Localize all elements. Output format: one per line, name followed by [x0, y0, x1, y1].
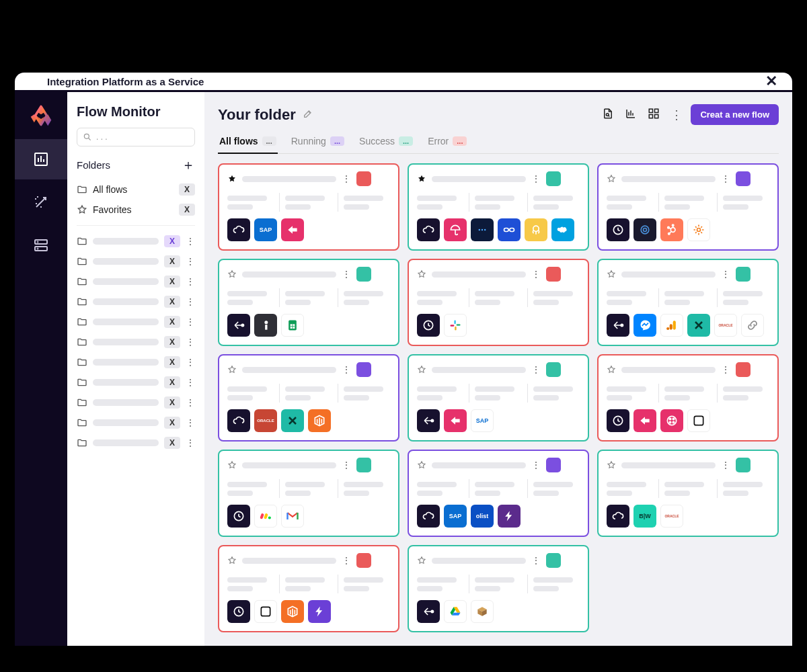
flow-card[interactable]: ⋮SAPolist [408, 450, 589, 537]
flow-card[interactable]: ⋮B|WORACLE [597, 450, 779, 537]
status-indicator [356, 267, 371, 282]
folder-item[interactable]: X⋮ [77, 312, 195, 332]
integration-icons: SAPolist [417, 505, 580, 528]
folder-item[interactable]: X⋮ [77, 433, 195, 453]
card-menu-icon[interactable]: ⋮ [531, 364, 541, 375]
folder-menu-icon[interactable]: ⋮ [186, 437, 195, 448]
star-filled-icon[interactable] [417, 174, 426, 183]
integration-icons: B|WORACLE [607, 505, 769, 528]
folder-menu-icon[interactable]: ⋮ [186, 276, 195, 287]
folder-item[interactable]: X⋮ [77, 372, 195, 392]
star-outline-icon[interactable] [227, 556, 237, 565]
star-outline-icon[interactable] [417, 365, 426, 374]
status-indicator [736, 458, 751, 472]
folder-menu-icon[interactable]: ⋮ [186, 337, 195, 347]
folder-menu-icon[interactable]: ⋮ [186, 256, 195, 267]
chart-icon[interactable] [625, 108, 637, 122]
svg-rect-27 [265, 325, 267, 330]
folder-item[interactable]: X⋮ [77, 413, 195, 433]
star-outline-icon[interactable] [417, 460, 426, 470]
card-menu-icon[interactable]: ⋮ [342, 555, 351, 566]
star-outline-icon[interactable] [227, 269, 237, 279]
add-folder-button[interactable]: ＋ [182, 156, 195, 174]
folder-item[interactable]: X⋮ [77, 352, 195, 372]
rail-wand[interactable] [15, 182, 67, 222]
svg-point-54 [431, 610, 433, 612]
flow-card[interactable]: ⋮ [218, 450, 399, 537]
folder-item[interactable]: X⋮ [77, 231, 195, 251]
folder-item[interactable]: X⋮ [77, 251, 195, 271]
create-flow-button[interactable]: Creat a new flow [691, 104, 779, 125]
card-menu-icon[interactable]: ⋮ [342, 269, 351, 280]
folder-menu-icon[interactable]: ⋮ [186, 377, 195, 388]
tab-running[interactable]: Running... [290, 132, 346, 153]
rail-database[interactable] [15, 225, 67, 265]
star-outline-icon[interactable] [607, 365, 616, 374]
star-filled-icon[interactable] [227, 174, 237, 183]
svg-point-12 [482, 229, 484, 231]
star-outline-icon[interactable] [227, 460, 237, 470]
flow-card[interactable]: ⋮ [218, 545, 399, 632]
sidebar-item-all-flows[interactable]: All flowsX [77, 179, 195, 200]
flow-card[interactable]: ⋮ [597, 354, 779, 442]
main-panel: Your folder ⋮ Creat a new flow All flows… [204, 92, 792, 646]
file-search-icon[interactable] [602, 108, 614, 122]
folder-menu-icon[interactable]: ⋮ [186, 296, 195, 307]
flow-card[interactable]: ⋮SAP [218, 163, 399, 251]
tab-success[interactable]: Success... [358, 132, 414, 153]
svg-point-39 [431, 419, 433, 421]
flow-card[interactable]: ⋮ORACLE [218, 354, 399, 442]
star-outline-icon[interactable] [417, 269, 426, 279]
card-menu-icon[interactable]: ⋮ [531, 460, 541, 470]
star-outline-icon[interactable] [607, 269, 616, 279]
flow-card[interactable]: ⋮ [408, 545, 589, 632]
folder-item[interactable]: X⋮ [77, 392, 195, 413]
tab-all-flows[interactable]: All flows... [218, 132, 278, 153]
grid-view-icon[interactable] [648, 108, 660, 122]
svg-rect-9 [650, 115, 653, 118]
card-menu-icon[interactable]: ⋮ [721, 173, 730, 184]
folder-menu-icon[interactable]: ⋮ [186, 236, 195, 247]
folder-menu-icon[interactable]: ⋮ [186, 397, 195, 408]
star-outline-icon[interactable] [417, 556, 426, 565]
card-menu-icon[interactable]: ⋮ [721, 364, 730, 375]
flow-card[interactable]: ⋮ [597, 163, 779, 251]
star-outline-icon[interactable] [607, 174, 616, 183]
folder-menu-icon[interactable]: ⋮ [186, 357, 195, 368]
card-menu-icon[interactable]: ⋮ [721, 269, 730, 280]
integration-gear-icon [687, 218, 710, 241]
card-menu-icon[interactable]: ⋮ [531, 555, 541, 566]
flow-card[interactable]: ⋮ [218, 259, 399, 346]
star-outline-icon[interactable] [227, 365, 237, 374]
tab-count-chip: ... [453, 136, 467, 146]
card-menu-icon[interactable]: ⋮ [531, 269, 541, 280]
flow-card[interactable]: ⋮ [408, 259, 589, 346]
svg-point-19 [644, 228, 647, 232]
flow-card[interactable]: ⋮ORACLE [597, 259, 779, 346]
overflow-menu-icon[interactable]: ⋮ [670, 108, 680, 122]
search-input[interactable]: . . . [77, 128, 195, 146]
integration-icons [417, 218, 580, 241]
rail-monitor[interactable] [15, 139, 67, 179]
titlebar: Integration Platform as a Service ✕ [15, 73, 792, 92]
sidebar-item-favorites[interactable]: FavoritesX [77, 200, 195, 220]
card-menu-icon[interactable]: ⋮ [342, 173, 351, 184]
tab-error[interactable]: Error... [426, 132, 468, 153]
close-icon[interactable]: ✕ [765, 73, 777, 90]
integration-icons: ORACLE [607, 314, 769, 337]
card-menu-icon[interactable]: ⋮ [721, 460, 730, 470]
folder-menu-icon[interactable]: ⋮ [186, 317, 195, 327]
folder-menu-icon[interactable]: ⋮ [186, 417, 195, 428]
folder-item[interactable]: X⋮ [77, 292, 195, 312]
card-menu-icon[interactable]: ⋮ [531, 173, 541, 184]
card-menu-icon[interactable]: ⋮ [342, 364, 351, 375]
folder-item[interactable]: X⋮ [77, 271, 195, 292]
folder-item[interactable]: X⋮ [77, 332, 195, 352]
card-menu-icon[interactable]: ⋮ [342, 460, 351, 470]
edit-title-icon[interactable] [303, 108, 313, 121]
flow-card[interactable]: ⋮ [408, 163, 589, 251]
integration-oracle-icon: ORACLE [254, 409, 277, 432]
flow-card[interactable]: ⋮SAP [408, 354, 589, 442]
star-outline-icon[interactable] [607, 460, 616, 470]
integration-sap-icon: SAP [254, 218, 277, 241]
